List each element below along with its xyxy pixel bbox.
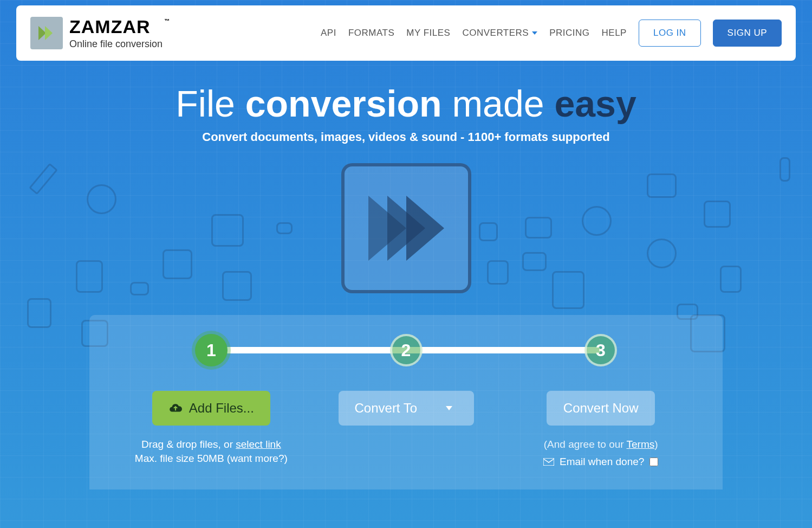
hero-title: File conversion made easy [11,82,801,125]
drag-hint: Drag & drop files, or select link [141,439,281,450]
agree-text: (And agree to our Terms) [544,439,658,450]
navbar: ZAMZAR™ Online file conversion API FORMA… [16,5,796,61]
step-1: 1 [195,334,228,366]
chevron-down-icon [446,406,452,410]
envelope-icon [543,458,554,466]
email-when-done-checkbox[interactable] [649,458,658,466]
hero: File conversion made easy Convert docume… [0,61,812,150]
signup-button[interactable]: SIGN UP [713,20,782,47]
hero-graphic [341,163,471,293]
terms-link[interactable]: Terms [627,439,655,450]
email-label: Email when done? [560,456,644,468]
nav-formats[interactable]: FORMATS [348,28,394,38]
nav-pricing[interactable]: PRICING [549,28,589,38]
max-size-hint: Max. file size 50MB (want more?) [135,453,288,465]
nav-help[interactable]: HELP [602,28,627,38]
select-link[interactable]: select link [236,439,281,450]
login-button[interactable]: LOG IN [639,20,701,47]
step-indicator: 1 2 3 [119,331,693,369]
add-files-button[interactable]: Add Files... [152,391,270,426]
convert-now-button[interactable]: Convert Now [547,391,655,426]
step-3: 3 [584,334,617,366]
upload-cloud-icon [168,401,183,415]
step-2: 2 [390,334,423,366]
logo-icon [30,17,63,49]
brand-tagline: Online file conversion [69,39,163,49]
nav-converters[interactable]: CONVERTERS [462,28,537,38]
logo[interactable]: ZAMZAR™ Online file conversion [30,17,163,49]
svg-rect-0 [543,458,554,466]
convert-to-select[interactable]: Convert To [339,391,474,426]
nav-api[interactable]: API [321,28,336,38]
caret-down-icon [532,31,537,35]
hero-subtitle: Convert documents, images, videos & soun… [11,130,801,144]
converter-panel: 1 2 3 Add Files... Drag & drop files, or… [89,315,723,490]
brand-name: ZAMZAR™ [69,17,163,36]
want-more-link[interactable]: want more? [230,453,284,464]
nav-myfiles[interactable]: MY FILES [406,28,450,38]
